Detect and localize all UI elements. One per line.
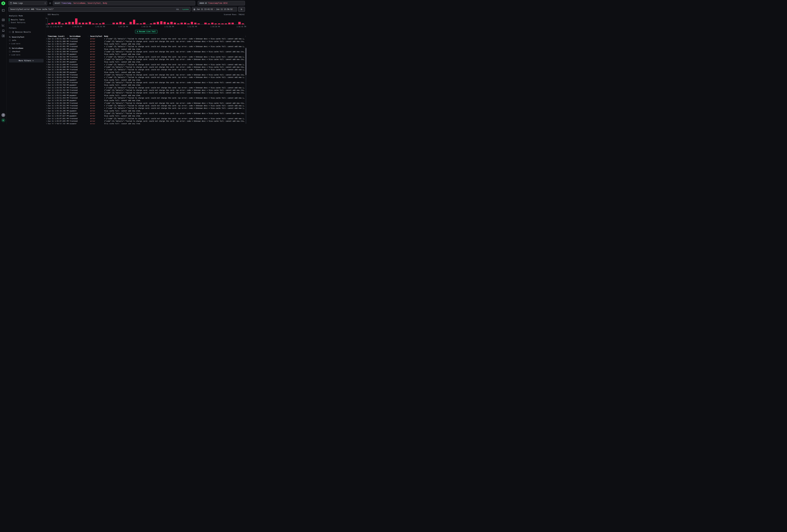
expand-chevron[interactable] — [46, 123, 48, 124]
log-row[interactable]: Jun 11 1:55:51.448 PMpaymenterrorVisa ca… — [46, 94, 247, 97]
expand-chevron[interactable] — [46, 87, 48, 88]
log-row[interactable]: Jun 11 1:55:39.331 PMfrontenderror× {"co… — [46, 104, 247, 107]
expand-chevron[interactable] — [46, 61, 48, 63]
log-row[interactable]: Jun 11 1:55:59.760 PMpaymenterrorVisa ca… — [46, 84, 247, 86]
expand-chevron[interactable] — [46, 97, 48, 99]
log-row[interactable]: Jun 11 1:56:03.248 PMpaymenterrorVisa ca… — [46, 79, 247, 81]
expand-chevron[interactable] — [46, 41, 48, 42]
expand-chevron[interactable] — [46, 118, 48, 119]
help-button[interactable]: ? — [1, 113, 5, 117]
more-filters-button[interactable]: More filters — [9, 59, 44, 63]
log-row[interactable]: Jun 11 1:55:59.765 PMfrontenderror{"code… — [46, 89, 247, 91]
log-row[interactable]: Jun 11 1:55:16.296 PMpaymenterrorVisa ca… — [46, 109, 247, 112]
resume-live-tail-button[interactable]: Resume Live Tail — [135, 30, 157, 34]
column-drag-handle[interactable]: ⋮ — [101, 35, 103, 37]
expand-chevron[interactable] — [46, 71, 48, 73]
run-query-button[interactable] — [238, 7, 245, 12]
table-options-icon[interactable]: ⋮ — [244, 35, 247, 37]
expand-chevron[interactable] — [46, 110, 48, 111]
denoise-results-toggle[interactable]: Denoise Results — [9, 30, 44, 34]
expand-chevron[interactable] — [46, 66, 48, 68]
histogram-plot[interactable]: 24 0 — [47, 18, 245, 24]
expand-chevron[interactable] — [46, 92, 48, 93]
lucene-mode-option[interactable]: Lucene — [183, 8, 189, 10]
log-row[interactable]: Jun 11 1:56:08.948 PMpaymenterrorVisa ca… — [46, 71, 247, 73]
filter-option-checkout[interactable]: checkout — [9, 50, 44, 53]
expand-chevron[interactable] — [46, 48, 48, 50]
column-drag-handle[interactable]: ⋮ — [67, 35, 68, 37]
dashboards-icon[interactable] — [2, 34, 5, 38]
analysis-mode-item-results-table[interactable]: Results Table — [9, 18, 44, 21]
expand-chevron[interactable] — [46, 82, 48, 83]
log-row[interactable]: Jun 11 1:54:52.241 PMpaymenterrorVisa ca… — [46, 122, 247, 124]
load-more-button[interactable]: Load more — [9, 42, 44, 45]
log-row[interactable]: Jun 11 1:56:38.540 PMfrontenderror{"code… — [46, 58, 247, 61]
log-row[interactable]: Jun 11 1:56:08.955 PMfrontenderror{"code… — [46, 73, 247, 76]
checkbox[interactable] — [9, 51, 11, 52]
expand-chevron[interactable] — [46, 54, 48, 55]
expand-chevron[interactable] — [46, 115, 48, 116]
expand-chevron[interactable] — [46, 59, 48, 60]
log-row[interactable]: Jun 11 1:56:38.542 PMfrontenderror× {"co… — [46, 56, 247, 58]
log-row[interactable]: Jun 11 1:56:32.848 PMfrontenderror{"code… — [46, 66, 247, 68]
expand-chevron[interactable] — [46, 56, 48, 58]
sidebar-toggle-icon[interactable] — [2, 9, 5, 12]
log-row[interactable]: Jun 11 1:55:39.324 PMpaymenterrorVisa ca… — [46, 99, 247, 102]
expand-chevron[interactable] — [46, 94, 48, 96]
log-row[interactable]: Jun 11 1:56:32.843 PMpaymenterrorVisa ca… — [46, 61, 247, 63]
search-logs-icon[interactable] — [2, 18, 5, 21]
expand-chevron[interactable] — [46, 46, 48, 47]
time-range-picker[interactable]: Jun 11 13:41:52 - Jun 11 13:56:52 — [192, 7, 237, 12]
user-avatar[interactable]: U — [1, 118, 5, 122]
expand-chevron[interactable] — [46, 51, 48, 52]
log-row[interactable]: Jun 11 1:56:03.252 PMfrontenderror{"code… — [46, 81, 247, 84]
denoise-checkbox[interactable] — [9, 31, 11, 33]
log-row[interactable]: Jun 11 1:55:16.300 PMfrontenderror{"code… — [46, 112, 247, 114]
chart-explorer-icon[interactable] — [2, 24, 5, 27]
expand-chevron[interactable] — [46, 113, 48, 114]
search-input[interactable] — [10, 8, 176, 10]
log-row[interactable]: Jun 11 1:56:51.975 PMpaymenterrorVisa ca… — [46, 43, 247, 45]
source-select[interactable]: Demo Logs — [8, 1, 47, 5]
expand-chevron[interactable] — [46, 79, 48, 81]
sql-mode-option[interactable]: SQL — [176, 8, 179, 10]
log-row[interactable]: Jun 11 1:56:08.956 PMfrontenderror× {"co… — [46, 68, 247, 71]
log-row[interactable]: Jun 11 1:55:51.454 PMfrontenderror× {"co… — [46, 97, 247, 99]
log-row[interactable]: Jun 11 1:56:51.982 PMfrontenderror× {"co… — [46, 38, 247, 40]
log-row[interactable]: Jun 11 1:55:59.767 PMfrontenderror× {"co… — [46, 86, 247, 89]
hyperdx-logo-icon[interactable] — [1, 1, 5, 5]
filter-option-info[interactable]: info — [9, 39, 44, 42]
expand-chevron[interactable] — [46, 100, 48, 101]
expand-chevron[interactable] — [46, 105, 48, 106]
expand-chevron[interactable] — [46, 77, 48, 78]
order-by-input[interactable]: ORDER BY TimestampTime DESC — [198, 1, 245, 5]
expand-chevron[interactable] — [46, 84, 48, 86]
log-row[interactable]: Jun 11 1:55:07.841 PMfrontenderror× {"co… — [46, 117, 247, 120]
log-row[interactable]: Jun 11 1:56:43.001 PMfrontenderror× {"co… — [46, 45, 247, 48]
log-row[interactable]: Jun 11 1:55:07.835 PMfrontenderror{"code… — [46, 120, 247, 122]
expand-chevron[interactable] — [46, 43, 48, 45]
log-row[interactable]: Jun 11 1:55:07.827 PMpaymenterrorVisa ca… — [46, 114, 247, 117]
load-more-button[interactable]: Load more — [9, 54, 44, 56]
column-drag-handle[interactable]: ⋮ — [87, 35, 89, 37]
log-row[interactable]: Jun 11 1:55:16.302 PMfrontenderror× {"co… — [46, 107, 247, 109]
log-row[interactable]: Jun 11 1:56:38.534 PMpaymenterrorVisa ca… — [46, 53, 247, 56]
checkbox[interactable] — [9, 40, 11, 41]
expand-chevron[interactable] — [46, 69, 48, 70]
sessions-laptop-icon[interactable] — [2, 29, 5, 32]
log-row[interactable]: Jun 11 1:56:32.849 PMfrontenderror× {"co… — [46, 63, 247, 66]
expand-chevron[interactable] — [46, 38, 48, 40]
expand-chevron[interactable] — [46, 74, 48, 76]
log-row[interactable]: Jun 11 1:56:03.254 PMfrontenderror× {"co… — [46, 76, 247, 79]
source-settings-gear-icon[interactable] — [48, 2, 51, 5]
expand-chevron[interactable] — [46, 102, 48, 104]
log-row[interactable]: Jun 11 1:56:42.995 PMpaymenterrorVisa ca… — [46, 48, 247, 50]
log-row[interactable]: Jun 11 1:55:51.452 PMfrontenderror{"code… — [46, 91, 247, 94]
expand-chevron[interactable] — [46, 64, 48, 65]
analysis-mode-item-event-patterns[interactable]: Event Patterns — [9, 21, 44, 24]
log-row[interactable]: Jun 11 1:55:39.330 PMfrontenderror{"code… — [46, 102, 247, 104]
expand-chevron[interactable] — [46, 107, 48, 109]
expand-chevron[interactable] — [46, 121, 48, 122]
log-row[interactable]: Jun 11 1:56:51.980 PMfrontenderror{"code… — [46, 40, 247, 42]
expand-chevron[interactable] — [46, 89, 48, 91]
